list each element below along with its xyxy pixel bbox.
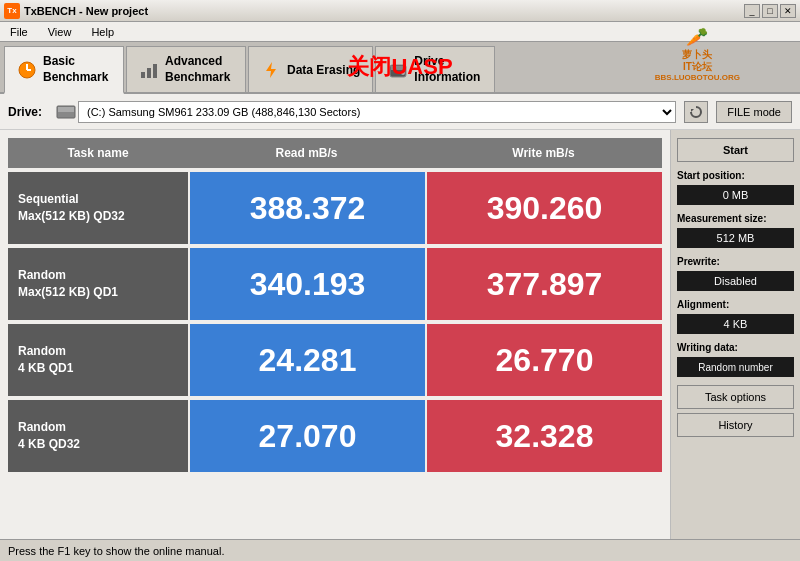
bar-chart-icon bbox=[139, 60, 159, 80]
menu-view[interactable]: View bbox=[42, 24, 78, 40]
bench-area: Task name Read mB/s Write mB/s Sequentia… bbox=[0, 130, 670, 539]
main-content: Task name Read mB/s Write mB/s Sequentia… bbox=[0, 130, 800, 539]
prewrite-label: Prewrite: bbox=[677, 256, 794, 267]
task-options-button[interactable]: Task options bbox=[677, 385, 794, 409]
alignment-label: Alignment: bbox=[677, 299, 794, 310]
bench-read-3: 27.070 bbox=[190, 400, 425, 472]
bench-row-0: Sequential Max(512 KB) QD32 388.372 390.… bbox=[8, 172, 662, 244]
red-title: 关闭UASP bbox=[347, 52, 452, 82]
bench-name-2: Random 4 KB QD1 bbox=[8, 324, 188, 396]
bench-write-1: 377.897 bbox=[427, 248, 662, 320]
watermark: 🥕 萝卜头 IT论坛 BBS.LUOBOTOU.ORG bbox=[655, 27, 740, 82]
watermark-line2: IT论坛 bbox=[655, 61, 740, 73]
menu-file[interactable]: File bbox=[4, 24, 34, 40]
drive-refresh-button[interactable] bbox=[684, 101, 708, 123]
watermark-line1: 萝卜头 bbox=[655, 49, 740, 61]
clock-icon bbox=[17, 60, 37, 80]
bench-row-1: Random Max(512 KB) QD1 340.193 377.897 bbox=[8, 248, 662, 320]
svg-rect-11 bbox=[58, 107, 74, 112]
tab-advanced-label: Advanced bbox=[165, 54, 230, 70]
right-panel: Start Start position: 0 MB Measurement s… bbox=[670, 130, 800, 539]
tab-basic[interactable]: Basic Benchmark bbox=[4, 46, 124, 94]
bench-name-0: Sequential Max(512 KB) QD32 bbox=[8, 172, 188, 244]
start-position-value: 0 MB bbox=[677, 185, 794, 205]
col-read: Read mB/s bbox=[188, 146, 425, 160]
bench-read-2: 24.281 bbox=[190, 324, 425, 396]
bench-name-1: Random Max(512 KB) QD1 bbox=[8, 248, 188, 320]
bench-row-2: Random 4 KB QD1 24.281 26.770 bbox=[8, 324, 662, 396]
title-bar-left: Tx TxBENCH - New project bbox=[4, 3, 148, 19]
alignment-value: 4 KB bbox=[677, 314, 794, 334]
writing-data-label: Writing data: bbox=[677, 342, 794, 353]
bench-write-3: 32.328 bbox=[427, 400, 662, 472]
bench-read-0: 388.372 bbox=[190, 172, 425, 244]
col-write: Write mB/s bbox=[425, 146, 662, 160]
status-bar: Press the F1 key to show the online manu… bbox=[0, 539, 800, 561]
bench-name-3: Random 4 KB QD32 bbox=[8, 400, 188, 472]
drive-label: Drive: bbox=[8, 105, 48, 119]
window-title: TxBENCH - New project bbox=[24, 5, 148, 17]
drive-row: Drive: (C:) Samsung SM961 233.09 GB (488… bbox=[0, 94, 800, 130]
measurement-size-label: Measurement size: bbox=[677, 213, 794, 224]
svg-rect-4 bbox=[147, 68, 151, 78]
bench-row-3: Random 4 KB QD32 27.070 32.328 bbox=[8, 400, 662, 472]
tab-basic-label: Basic bbox=[43, 54, 108, 70]
file-mode-button[interactable]: FILE mode bbox=[716, 101, 792, 123]
bench-read-1: 340.193 bbox=[190, 248, 425, 320]
svg-rect-5 bbox=[153, 64, 157, 78]
svg-marker-6 bbox=[266, 62, 276, 78]
start-position-label: Start position: bbox=[677, 170, 794, 181]
menu-help[interactable]: Help bbox=[85, 24, 120, 40]
drive-select[interactable]: (C:) Samsung SM961 233.09 GB (488,846,13… bbox=[78, 101, 676, 123]
close-button[interactable]: ✕ bbox=[780, 4, 796, 18]
prewrite-value: Disabled bbox=[677, 271, 794, 291]
watermark-line3: BBS.LUOBOTOU.ORG bbox=[655, 73, 740, 83]
title-bar-controls[interactable]: _ □ ✕ bbox=[744, 4, 796, 18]
status-text: Press the F1 key to show the online manu… bbox=[8, 545, 224, 557]
start-button[interactable]: Start bbox=[677, 138, 794, 162]
tab-basic-label2: Benchmark bbox=[43, 70, 108, 86]
tab-advanced-label2: Benchmark bbox=[165, 70, 230, 86]
col-task: Task name bbox=[8, 146, 188, 160]
app-icon: Tx bbox=[4, 3, 20, 19]
svg-marker-12 bbox=[691, 109, 694, 112]
bench-write-2: 26.770 bbox=[427, 324, 662, 396]
bench-write-0: 390.260 bbox=[427, 172, 662, 244]
drive-small-icon bbox=[56, 104, 76, 120]
tab-advanced[interactable]: Advanced Benchmark bbox=[126, 46, 246, 92]
svg-rect-3 bbox=[141, 72, 145, 78]
maximize-button[interactable]: □ bbox=[762, 4, 778, 18]
table-header: Task name Read mB/s Write mB/s bbox=[8, 138, 662, 168]
measurement-size-value: 512 MB bbox=[677, 228, 794, 248]
lightning-icon bbox=[261, 60, 281, 80]
writing-data-value: Random number bbox=[677, 357, 794, 377]
history-button[interactable]: History bbox=[677, 413, 794, 437]
title-bar: Tx TxBENCH - New project _ □ ✕ bbox=[0, 0, 800, 22]
minimize-button[interactable]: _ bbox=[744, 4, 760, 18]
